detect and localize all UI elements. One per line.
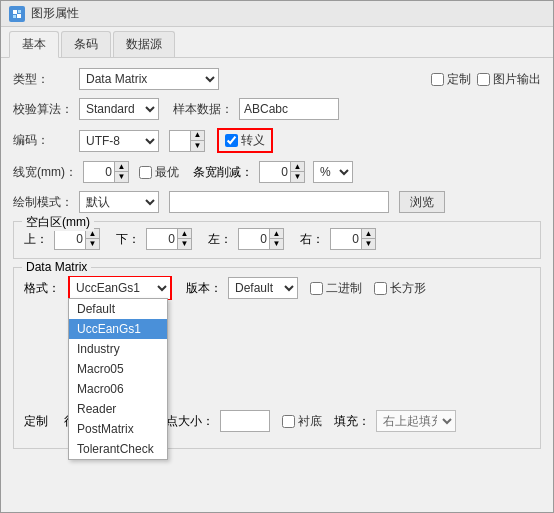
format-select-wrapper: UccEanGs1: [68, 276, 172, 300]
format-option-ucceangs1[interactable]: UccEanGs1: [69, 319, 167, 339]
encoding-spinner-up[interactable]: ▲: [190, 131, 204, 141]
mat-checkbox[interactable]: [282, 415, 295, 428]
data-matrix-group: Data Matrix 格式： UccEanGs1 Default UccEan…: [13, 267, 541, 449]
window-icon: [9, 6, 25, 22]
checksum-label: 校验算法：: [13, 101, 73, 118]
dot-size-label: 点大小：: [166, 413, 214, 430]
drawmode-label: 绘制模式：: [13, 194, 73, 211]
svg-rect-3: [17, 14, 21, 18]
optimal-checkbox-label: 最优: [139, 164, 179, 181]
svg-rect-2: [13, 15, 16, 18]
bottom-down[interactable]: ▼: [177, 239, 191, 249]
format-row: 格式： UccEanGs1 Default UccEanGs1 Industry…: [24, 276, 530, 300]
tab-barcode[interactable]: 条码: [61, 31, 111, 57]
format-dropdown-container: UccEanGs1 Default UccEanGs1 Industry Mac…: [68, 276, 172, 300]
encoding-select[interactable]: UTF-8: [79, 130, 159, 152]
right-down[interactable]: ▼: [361, 239, 375, 249]
svg-rect-0: [13, 10, 17, 14]
format-select[interactable]: UccEanGs1: [70, 277, 170, 299]
right-label: 右：: [300, 231, 324, 248]
format-option-macro05[interactable]: Macro05: [69, 359, 167, 379]
svg-rect-1: [18, 10, 21, 13]
right-input[interactable]: [331, 229, 361, 249]
tab-datasource[interactable]: 数据源: [113, 31, 175, 57]
bottom-input[interactable]: [147, 229, 177, 249]
fill-select[interactable]: 右上起填充: [376, 410, 456, 432]
custom-section-label: 定制: [24, 413, 54, 430]
left-down[interactable]: ▼: [269, 239, 283, 249]
format-dropdown-list: Default UccEanGs1 Industry Macro05 Macro…: [68, 298, 168, 460]
drawmode-select[interactable]: 默认: [79, 191, 159, 213]
sample-data-input[interactable]: [239, 98, 339, 120]
escape-checkbox-label: 转义: [217, 128, 273, 153]
left-label: 左：: [208, 231, 232, 248]
encoding-label: 编码：: [13, 132, 73, 149]
left-input[interactable]: [239, 229, 269, 249]
type-row: 类型： Data Matrix 定制 图片输出: [13, 68, 541, 90]
top-input[interactable]: [55, 229, 85, 249]
escape-checkbox[interactable]: [225, 134, 238, 147]
drawmode-input[interactable]: [169, 191, 389, 213]
left-up[interactable]: ▲: [269, 229, 283, 239]
tab-bar: 基本 条码 数据源: [1, 27, 553, 58]
image-output-checkbox-label: 图片输出: [477, 71, 541, 88]
bottom-label: 下：: [116, 231, 140, 248]
format-option-postmatrix[interactable]: PostMatrix: [69, 419, 167, 439]
bottom-up[interactable]: ▲: [177, 229, 191, 239]
top-spinner: ▲ ▼: [54, 228, 100, 250]
version-select[interactable]: Default: [228, 277, 298, 299]
encoding-spinner-down[interactable]: ▼: [190, 141, 204, 151]
checksum-row: 校验算法： Standard 样本数据：: [13, 98, 541, 120]
right-up[interactable]: ▲: [361, 229, 375, 239]
format-option-industry[interactable]: Industry: [69, 339, 167, 359]
data-matrix-group-label: Data Matrix: [22, 260, 91, 274]
top-down[interactable]: ▼: [85, 239, 99, 249]
linewidth-row: 线宽(mm)： ▲ ▼ 最优 条宽削减： ▲ ▼ %: [13, 161, 541, 183]
encoding-spinner-input[interactable]: [170, 131, 190, 151]
linewidth-down[interactable]: ▼: [114, 172, 128, 182]
type-select[interactable]: Data Matrix: [79, 68, 219, 90]
custom-checkbox[interactable]: [431, 73, 444, 86]
custom-checkbox-label: 定制: [431, 71, 471, 88]
binary-checkbox[interactable]: [310, 282, 323, 295]
checksum-select[interactable]: Standard: [79, 98, 159, 120]
whitespace-group: 空白区(mm) 上： ▲ ▼ 下： ▲ ▼: [13, 221, 541, 259]
bar-reduce-spinner: ▲ ▼: [259, 161, 305, 183]
format-label: 格式：: [24, 280, 60, 297]
drawmode-row: 绘制模式： 默认 浏览: [13, 191, 541, 213]
rectangle-checkbox[interactable]: [374, 282, 387, 295]
top-label: 上：: [24, 231, 48, 248]
main-content: 类型： Data Matrix 定制 图片输出 校验算法： Standard 样…: [1, 58, 553, 467]
whitespace-row: 上： ▲ ▼ 下： ▲ ▼ 左：: [24, 228, 530, 250]
image-output-checkbox[interactable]: [477, 73, 490, 86]
format-option-default[interactable]: Default: [69, 299, 167, 319]
version-label: 版本：: [186, 280, 222, 297]
binary-checkbox-label: 二进制: [310, 280, 362, 297]
bar-reduce-input[interactable]: [260, 162, 290, 182]
type-label: 类型：: [13, 71, 73, 88]
bar-reduce-down[interactable]: ▼: [290, 172, 304, 182]
bottom-spinner: ▲ ▼: [146, 228, 192, 250]
fill-label: 填充：: [334, 413, 370, 430]
window-title: 图形属性: [31, 5, 79, 22]
mat-checkbox-label: 衬底: [282, 413, 322, 430]
bar-reduce-unit-select[interactable]: %: [313, 161, 353, 183]
bar-reduce-up[interactable]: ▲: [290, 162, 304, 172]
optimal-checkbox[interactable]: [139, 166, 152, 179]
browse-button[interactable]: 浏览: [399, 191, 445, 213]
whitespace-group-title: 空白区(mm): [22, 214, 94, 231]
encoding-spinner: ▲ ▼: [169, 130, 205, 152]
linewidth-input[interactable]: [84, 162, 114, 182]
left-spinner: ▲ ▼: [238, 228, 284, 250]
format-option-reader[interactable]: Reader: [69, 399, 167, 419]
tab-basic[interactable]: 基本: [9, 31, 59, 58]
linewidth-up[interactable]: ▲: [114, 162, 128, 172]
dot-size-input[interactable]: [220, 410, 270, 432]
bar-reduce-label: 条宽削减：: [193, 164, 253, 181]
format-option-macro06[interactable]: Macro06: [69, 379, 167, 399]
format-option-tolerantcheck[interactable]: TolerantCheck: [69, 439, 167, 459]
sample-data-label: 样本数据：: [173, 101, 233, 118]
main-window: 图形属性 基本 条码 数据源 类型： Data Matrix 定制 图片输出: [0, 0, 554, 513]
right-spinner: ▲ ▼: [330, 228, 376, 250]
encoding-row: 编码： UTF-8 ▲ ▼ 转义: [13, 128, 541, 153]
